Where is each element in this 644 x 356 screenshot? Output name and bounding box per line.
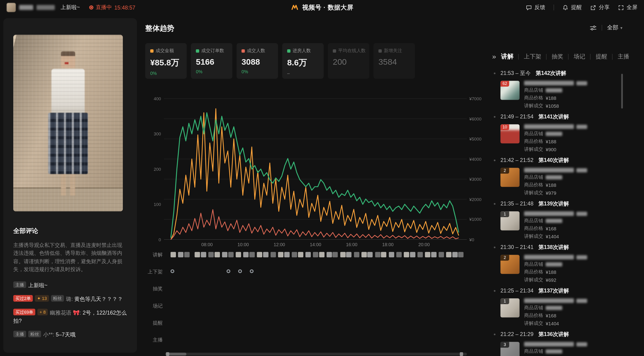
explain-marker[interactable] — [425, 252, 430, 257]
product-title-redacted — [524, 124, 587, 129]
session-item[interactable]: 21:25 – 21:34第137次讲解1商品店铺商品价格¥168讲解成交¥14… — [492, 287, 644, 331]
explain-marker[interactable] — [362, 252, 367, 257]
explain-marker[interactable] — [417, 252, 423, 257]
explain-marker[interactable] — [305, 252, 310, 257]
explain-marker[interactable] — [368, 252, 373, 257]
series-成交金额 — [171, 109, 458, 239]
stat-label: 成交人数 — [247, 48, 265, 54]
y-axis-right-label: ¥5000 — [469, 136, 488, 141]
explain-marker[interactable] — [346, 252, 352, 257]
tab-提醒[interactable]: 提醒 — [596, 53, 608, 60]
explain-marker[interactable] — [278, 252, 283, 257]
session-title: 第137次讲解 — [538, 287, 569, 295]
explain-marker[interactable] — [201, 252, 206, 257]
deal-value: ¥1058 — [546, 103, 559, 108]
scrollbar-thumb[interactable] — [167, 353, 186, 356]
explain-marker[interactable] — [340, 252, 346, 257]
dashboard: 上新啦~ 直播中 15:48:57 视频号 · 数据大屏 反馈 提醒 — [0, 0, 644, 356]
feedback-button[interactable]: 反馈 — [526, 4, 546, 11]
explain-marker[interactable] — [404, 252, 409, 257]
deal-label: 讲解成交 — [524, 277, 543, 283]
share-button[interactable]: 分享 — [590, 4, 610, 11]
shelf-marker[interactable] — [170, 269, 174, 273]
explain-marker[interactable] — [389, 252, 394, 257]
shelf-marker[interactable] — [250, 269, 254, 273]
session-item[interactable]: 21:35 – 21:48第139次讲解1商品店铺商品价格¥168讲解成交¥14… — [492, 200, 644, 244]
explain-marker[interactable] — [228, 252, 234, 257]
explain-marker[interactable] — [332, 252, 338, 257]
explain-marker[interactable] — [381, 252, 386, 257]
brush-handle-right[interactable] — [460, 352, 463, 356]
explain-marker[interactable] — [284, 252, 290, 257]
explain-marker[interactable] — [263, 252, 268, 257]
explain-marker[interactable] — [170, 252, 176, 257]
session-item[interactable]: 21:30 – 21:41第138次讲解2商品店铺商品价格¥188讲解成交¥69… — [492, 244, 644, 287]
filter-button[interactable] — [590, 25, 597, 31]
session-item[interactable]: 21:42 – 21:52第140次讲解2商品店铺商品价格¥188讲解成交¥97… — [492, 157, 644, 200]
explain-marker[interactable] — [292, 252, 297, 257]
stat-card-4[interactable]: 平均在线人数200 — [328, 43, 369, 79]
comments-title: 全部评论 — [13, 227, 127, 235]
explain-marker[interactable] — [236, 252, 241, 257]
time-range-scrollbar[interactable] — [165, 353, 467, 356]
explain-marker[interactable] — [257, 252, 262, 257]
tab-抽奖[interactable]: 抽奖 — [552, 53, 564, 60]
live-status: 直播中 15:48:57 — [89, 4, 135, 11]
tab-上下架[interactable]: 上下架 — [524, 53, 541, 60]
explain-marker[interactable] — [195, 252, 200, 257]
stat-card-5[interactable]: 新增关注3584 — [374, 43, 415, 79]
deal-label: 讲解成交 — [524, 146, 543, 153]
product-title-redacted — [524, 211, 587, 216]
collapse-panel-icon[interactable]: » — [492, 53, 496, 60]
explain-marker[interactable] — [270, 252, 276, 257]
product-title-redacted — [524, 298, 587, 303]
remind-button[interactable]: 提醒 — [562, 4, 582, 11]
explain-marker[interactable] — [438, 252, 444, 257]
shelf-marker[interactable] — [238, 269, 242, 273]
explain-marker[interactable] — [396, 252, 402, 257]
deal-label: 讲解成交 — [524, 233, 543, 240]
explain-marker[interactable] — [214, 252, 220, 257]
fullscreen-button[interactable]: 全屏 — [618, 4, 638, 11]
explain-marker[interactable] — [375, 252, 380, 257]
explain-marker[interactable] — [208, 252, 214, 257]
session-item[interactable]: 21:49 – 21:54第141次讲解10商品店铺商品价格¥188讲解成交¥9… — [492, 113, 644, 157]
shop-name-redacted — [546, 262, 562, 266]
product-title-redacted — [524, 81, 587, 85]
explain-marker[interactable] — [184, 252, 190, 257]
explain-marker[interactable] — [243, 252, 248, 257]
stat-label-row: 进房人数 — [287, 48, 318, 54]
explain-marker[interactable] — [319, 252, 324, 257]
explain-marker[interactable] — [431, 252, 436, 257]
explain-marker[interactable] — [249, 252, 255, 257]
tab-讲解[interactable]: 讲解 — [501, 53, 514, 60]
session-header: 21:42 – 21:52第140次讲解 — [500, 157, 644, 164]
price-row: 商品价格¥188 — [524, 182, 587, 188]
explain-marker[interactable] — [178, 252, 183, 257]
comments-list[interactable]: 主播上新啦~买过2单✦ 13粉丝璐: 黄色等几天？？？？买过69单+ 8幽雅花语… — [13, 281, 127, 339]
brush-handle-left[interactable] — [166, 352, 169, 356]
explain-marker[interactable] — [452, 252, 458, 257]
tab-场记[interactable]: 场记 — [574, 53, 585, 60]
explain-marker[interactable] — [354, 252, 359, 257]
stat-card-1[interactable]: 成交订单数51660% — [191, 43, 232, 79]
sessions-scrollbar[interactable] — [621, 74, 623, 109]
scope-dropdown[interactable]: 全部 ▾ — [607, 24, 622, 31]
explain-marker[interactable] — [446, 252, 452, 257]
stat-card-3[interactable]: 进房人数8.6万– — [282, 43, 324, 79]
explain-sessions-list[interactable]: 21:53 – 至今第142次讲解62商品店铺商品价格¥188讲解成交¥1058… — [492, 70, 644, 356]
timeline-row-提醒: 提醒 — [145, 314, 477, 331]
timeline-row-label: 主播 — [145, 337, 163, 344]
shelf-marker[interactable] — [226, 269, 230, 273]
explain-marker[interactable] — [313, 252, 318, 257]
stat-card-0[interactable]: 成交金额¥85.8万0% — [145, 43, 187, 79]
explain-marker[interactable] — [298, 252, 303, 257]
explain-marker[interactable] — [458, 252, 464, 257]
explain-marker[interactable] — [326, 252, 332, 257]
tab-主播[interactable]: 主播 — [618, 53, 629, 60]
explain-marker[interactable] — [222, 252, 228, 257]
redacted-bar — [576, 211, 587, 216]
stat-card-2[interactable]: 成交人数30880% — [236, 43, 278, 79]
session-item[interactable]: 21:22 – 21:29第136次讲解3商品店铺商品价格¥188讲解成交¥86… — [492, 331, 644, 356]
explain-marker[interactable] — [410, 252, 415, 257]
